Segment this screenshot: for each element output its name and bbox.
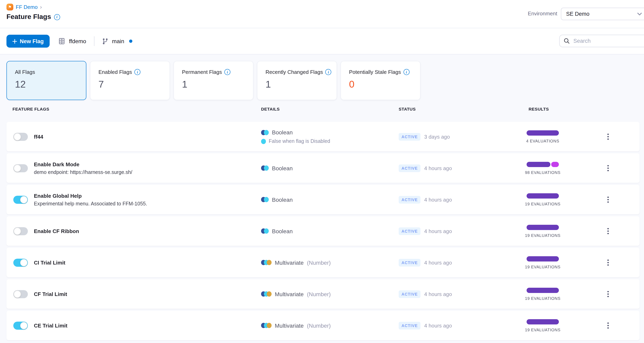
row-menu-button[interactable]	[605, 163, 611, 173]
summary-card-label: All Flags	[15, 69, 35, 75]
evaluations-bar	[526, 256, 559, 261]
table-row: Enable Dark Mode demo endpoint: https://…	[6, 153, 640, 183]
divider	[94, 36, 94, 46]
flag-type-label: Boolean	[272, 129, 293, 136]
flag-name[interactable]: ff44	[34, 134, 43, 140]
flag-name[interactable]: CI Trial Limit	[34, 260, 65, 266]
table-row: CI Trial Limit Multivariate (Number) ACT…	[6, 248, 640, 277]
evaluations-count: 4 EVALUATIONS	[526, 138, 559, 143]
status-badge: ACTIVE	[399, 227, 421, 235]
repository-icon	[58, 38, 65, 45]
table-row: Enable Global Help Experimental help men…	[6, 185, 640, 214]
column-header-details: DETAILS	[261, 106, 280, 111]
summary-card-value: 1	[266, 79, 336, 90]
flag-name[interactable]: Enable Dark Mode	[34, 161, 132, 167]
info-icon[interactable]: i	[403, 69, 409, 75]
summary-card[interactable]: Potentially Stale Flags i 0	[340, 61, 420, 100]
flag-toggle[interactable]	[13, 196, 28, 204]
repo-name[interactable]: ffdemo	[69, 38, 86, 44]
flag-name[interactable]: CE Trial Limit	[34, 322, 68, 328]
summary-card[interactable]: All Flags 12	[6, 61, 86, 100]
evaluations-bar	[526, 224, 559, 230]
row-menu-button[interactable]	[605, 258, 611, 268]
flag-type-icon	[261, 197, 269, 202]
last-updated: 4 hours ago	[424, 165, 452, 171]
info-icon[interactable]: i	[224, 69, 230, 75]
flag-type-icon	[261, 166, 269, 171]
branch-icon	[102, 38, 108, 44]
flag-toggle[interactable]	[13, 227, 28, 235]
flag-type-icon	[261, 228, 269, 234]
toggle-knob	[20, 322, 28, 329]
summary-card[interactable]: Permanent Flags i 1	[174, 61, 254, 100]
row-menu-button[interactable]	[605, 226, 611, 236]
flag-type-variant: (Number)	[307, 322, 331, 329]
summary-card-value: 12	[15, 79, 86, 90]
flag-rows: ff44 Boolean False when flag is Disabled…	[6, 122, 640, 342]
toggle-knob	[14, 164, 21, 172]
evaluations-count: 98 EVALUATIONS	[525, 170, 560, 174]
flag-type-label: Boolean	[272, 165, 293, 171]
flag-type-label: Multivariate	[275, 291, 304, 297]
toggle-knob	[14, 290, 21, 298]
info-icon[interactable]: i	[326, 69, 332, 75]
search-input[interactable]	[572, 38, 635, 44]
status-badge: ACTIVE	[399, 164, 421, 172]
flag-name[interactable]: Enable Global Help	[34, 193, 147, 199]
evaluations-bar	[526, 288, 559, 293]
summary-card[interactable]: Recently Changed Flags i 1	[257, 61, 337, 100]
status-badge: ACTIVE	[399, 196, 421, 204]
toggle-knob	[20, 259, 28, 266]
app: ⚑ FF Demo › Feature Flags i Environment …	[0, 0, 644, 343]
flag-type-icon	[261, 291, 272, 296]
summary-card-label: Permanent Flags	[182, 69, 222, 75]
flag-toggle[interactable]	[13, 164, 28, 172]
row-menu-button[interactable]	[605, 194, 611, 205]
new-flag-button[interactable]: New Flag	[6, 35, 50, 48]
evaluations-bar	[526, 319, 559, 324]
flag-name[interactable]: Enable CF Ribbon	[34, 228, 79, 234]
status-badge: ACTIVE	[399, 259, 421, 266]
flag-toggle[interactable]	[13, 322, 28, 330]
flag-type-label: Multivariate	[275, 259, 304, 266]
flag-toggle[interactable]	[13, 258, 28, 266]
last-updated: 4 hours ago	[424, 228, 452, 234]
toggle-knob	[14, 228, 21, 235]
flag-type-icon	[261, 323, 272, 328]
summary-card-value: 0	[349, 79, 420, 90]
flag-toggle[interactable]	[13, 290, 28, 298]
branch-name[interactable]: main	[112, 38, 124, 44]
row-menu-button[interactable]	[605, 320, 611, 331]
environment-select[interactable]: SE Demo	[561, 8, 644, 20]
info-icon[interactable]: i	[134, 69, 140, 75]
table-row: ff44 Boolean False when flag is Disabled…	[6, 122, 640, 151]
plus-icon	[12, 39, 17, 44]
flag-description: demo endpoint: https://harness-se.surge.…	[34, 169, 132, 175]
variation-dot-icon	[261, 138, 266, 144]
toolbar: New Flag ffdemo main	[0, 28, 644, 54]
summary-card-value: 7	[98, 79, 170, 90]
column-header-status: STATUS	[399, 106, 416, 111]
info-icon[interactable]: i	[54, 14, 60, 20]
flag-toggle[interactable]	[13, 132, 28, 141]
evaluations-bar	[526, 162, 559, 167]
flag-variation-note: False when flag is Disabled	[269, 138, 330, 144]
search-box	[559, 35, 644, 47]
toggle-knob	[14, 133, 21, 140]
breadcrumb-project-link[interactable]: FF Demo	[16, 4, 38, 10]
row-menu-button[interactable]	[605, 289, 611, 299]
flag-type-label: Boolean	[272, 228, 293, 234]
flag-type-variant: (Number)	[307, 259, 331, 266]
row-menu-button[interactable]	[605, 132, 611, 142]
flag-name[interactable]: CF Trial Limit	[34, 291, 67, 297]
summary-card[interactable]: Enabled Flags i 7	[90, 61, 170, 100]
evaluations-bar	[526, 193, 559, 198]
table-row: CE Trial Limit Multivariate (Number) ACT…	[6, 311, 640, 340]
summary-card-label: Recently Changed Flags	[266, 69, 323, 75]
breadcrumb: ⚑ FF Demo ›	[6, 4, 42, 10]
evaluations-count: 19 EVALUATIONS	[525, 328, 560, 332]
table-row: CF Trial Limit Multivariate (Number) ACT…	[6, 279, 640, 309]
toggle-knob	[20, 196, 28, 203]
last-updated: 4 hours ago	[424, 196, 452, 202]
evaluations-count: 19 EVALUATIONS	[525, 264, 560, 269]
